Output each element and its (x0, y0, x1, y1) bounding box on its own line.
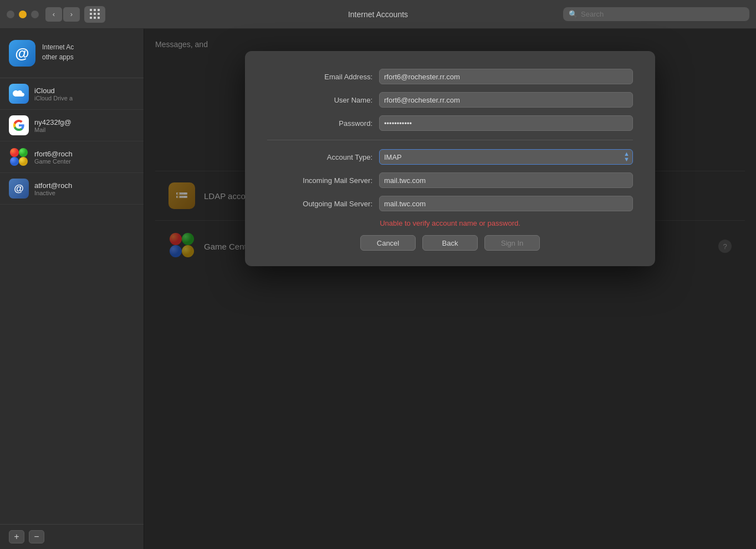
account-item-google[interactable]: ny4232fg@ Mail (0, 110, 144, 141)
icloud-icon (9, 84, 29, 104)
sidebar: @ Internet Ac other apps iCloud iCloud D… (0, 29, 144, 549)
outgoing-row: Outgoing Mail Server: (267, 196, 633, 211)
username-input[interactable] (379, 92, 633, 108)
nav-buttons: ‹ › (45, 7, 80, 22)
account-item-rfort6[interactable]: rfort6@roch Game Center (0, 141, 144, 173)
search-icon: 🔍 (569, 10, 578, 18)
add-account-button[interactable]: + (9, 530, 24, 543)
incoming-label: Incoming Mail Server: (267, 176, 372, 185)
google-account-info: ny4232fg@ Mail (34, 118, 71, 133)
account-type-select-wrapper[interactable]: IMAP POP ▲▼ (379, 149, 633, 165)
search-bar[interactable]: 🔍 (563, 7, 749, 21)
svg-point-1 (19, 148, 28, 157)
titlebar: ‹ › Internet Accounts 🔍 (0, 0, 756, 29)
incoming-input[interactable] (379, 172, 633, 188)
search-input[interactable] (581, 10, 744, 18)
sidebar-bottom: + − (0, 524, 144, 549)
account-type-row: Account Type: IMAP POP ▲▼ (267, 149, 633, 165)
grid-icon (90, 9, 100, 19)
maximize-button[interactable] (31, 11, 39, 18)
close-button[interactable] (7, 11, 14, 18)
account-item-atfort[interactable]: @ atfort@roch Inactive (0, 173, 144, 205)
outgoing-label: Outgoing Mail Server: (267, 200, 372, 208)
atfort-name: atfort@roch (34, 181, 72, 190)
rfort6-name: rfort6@roch (34, 150, 73, 158)
username-row: User Name: (267, 92, 633, 108)
icloud-name: iCloud (34, 87, 73, 95)
account-type-label: Account Type: (267, 153, 372, 161)
sidebar-header-text: Internet Ac other apps (42, 40, 74, 62)
rfort6-account-info: rfort6@roch Game Center (34, 150, 73, 165)
atfort-sub: Inactive (34, 190, 72, 196)
forward-nav-button[interactable]: › (63, 7, 80, 22)
grid-view-button[interactable] (84, 6, 105, 23)
sidebar-header: @ Internet Ac other apps (0, 35, 144, 75)
google-sub: Mail (34, 126, 71, 133)
svg-point-0 (10, 148, 19, 157)
minimize-button[interactable] (19, 11, 27, 18)
password-label: Password: (267, 119, 372, 128)
modal-overlay: Email Address: User Name: Password: Acco… (144, 29, 756, 549)
signin-button[interactable]: Sign In (484, 235, 540, 251)
internet-accounts-icon: @ (9, 40, 35, 67)
outgoing-input[interactable] (379, 196, 633, 211)
back-nav-button[interactable]: ‹ (45, 7, 62, 22)
svg-point-3 (19, 157, 28, 166)
icloud-sub: iCloud Drive a (34, 95, 73, 101)
window-title: Internet Accounts (348, 10, 408, 19)
rfort6-sub: Game Center (34, 158, 73, 165)
main-content: @ Internet Ac other apps iCloud iCloud D… (0, 29, 756, 549)
traffic-lights (7, 11, 39, 18)
password-input[interactable] (379, 115, 633, 131)
email-input[interactable] (379, 69, 633, 84)
icloud-account-info: iCloud iCloud Drive a (34, 87, 73, 101)
right-panel: Messages, and LDAP account (144, 29, 756, 549)
account-item-icloud[interactable]: iCloud iCloud Drive a (0, 78, 144, 110)
account-type-select[interactable]: IMAP POP (379, 149, 633, 165)
password-row: Password: (267, 115, 633, 131)
google-name: ny4232fg@ (34, 118, 71, 126)
username-label: User Name: (267, 96, 372, 104)
back-button[interactable]: Back (422, 235, 478, 251)
remove-account-button[interactable]: − (29, 530, 44, 543)
email-row: Email Address: (267, 69, 633, 84)
atfort-account-info: atfort@roch Inactive (34, 181, 72, 196)
error-message: Unable to verify account name or passwor… (267, 219, 633, 227)
gamecenter-sidebar-icon (9, 147, 29, 167)
atfort-icon: @ (9, 179, 29, 199)
svg-point-2 (10, 157, 19, 166)
account-list: iCloud iCloud Drive a ny4232fg@ Mail (0, 78, 144, 524)
email-label: Email Address: (267, 73, 372, 81)
incoming-row: Incoming Mail Server: (267, 172, 633, 188)
google-icon (9, 115, 29, 135)
modal-buttons: Cancel Back Sign In (267, 235, 633, 251)
form-divider (267, 140, 633, 140)
cancel-button[interactable]: Cancel (360, 235, 416, 251)
modal-dialog: Email Address: User Name: Password: Acco… (245, 51, 655, 266)
